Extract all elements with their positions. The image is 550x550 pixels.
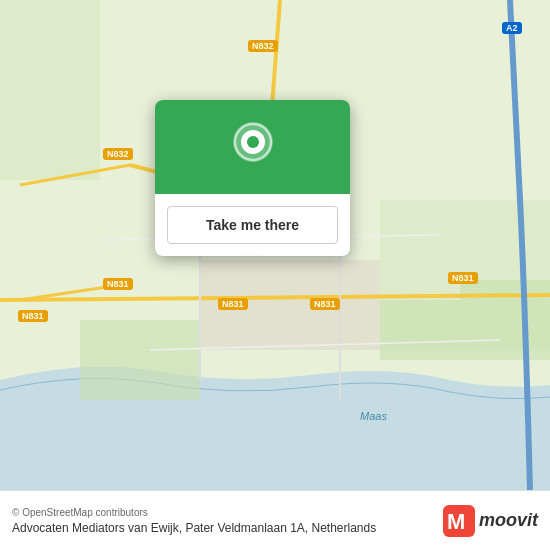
moovit-m-icon: M	[443, 505, 475, 537]
road-label-a2: A2	[502, 22, 522, 34]
popup-header	[155, 100, 350, 194]
road-label-n831-left: N831	[103, 278, 133, 290]
map-view[interactable]: Maas N832 N832 N831 N831 N831 N831 N831 …	[0, 0, 550, 490]
svg-text:Maas: Maas	[360, 410, 387, 422]
svg-rect-4	[380, 300, 460, 360]
road-label-n831-center: N831	[218, 298, 248, 310]
copyright-text: © OpenStreetMap contributors	[12, 507, 376, 518]
road-label-n831-center2: N831	[310, 298, 340, 310]
road-label-n831-far-left: N831	[18, 310, 48, 322]
location-popup: Take me there	[155, 100, 350, 256]
road-label-n832-left: N832	[103, 148, 133, 160]
location-pin-icon	[231, 122, 275, 176]
svg-point-19	[247, 136, 259, 148]
moovit-brand-text: moovit	[479, 510, 538, 531]
take-me-there-button[interactable]: Take me there	[167, 206, 338, 244]
moovit-logo[interactable]: M moovit	[443, 505, 538, 537]
info-left: © OpenStreetMap contributors Advocaten M…	[12, 507, 376, 535]
svg-rect-1	[0, 0, 100, 180]
svg-rect-5	[460, 280, 550, 360]
road-label-n832-top: N832	[248, 40, 278, 52]
address-text: Advocaten Mediators van Ewijk, Pater Vel…	[12, 521, 376, 535]
svg-text:M: M	[447, 509, 465, 534]
svg-rect-3	[80, 320, 200, 400]
info-bar: © OpenStreetMap contributors Advocaten M…	[0, 490, 550, 550]
road-label-n831-right: N831	[448, 272, 478, 284]
